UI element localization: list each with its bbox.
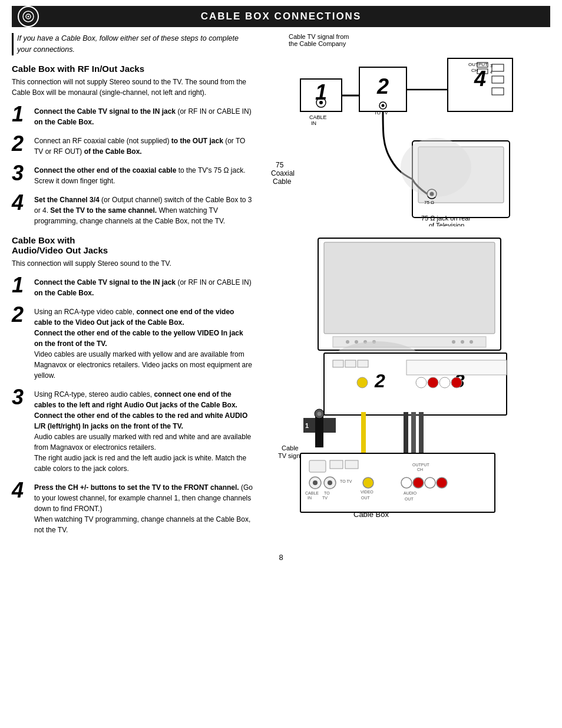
svg-rect-54 [345, 360, 356, 367]
section2-heading: Cable Box withAudio/Video Out Jacks [12, 235, 253, 255]
svg-point-88 [363, 477, 373, 488]
svg-point-57 [416, 377, 427, 388]
step-2-4-text: Press the CH +/- buttons to set the TV t… [34, 480, 253, 535]
step-1-1: 1 Connect the Cable TV signal to the IN … [12, 104, 253, 127]
svg-rect-78 [309, 460, 326, 472]
svg-point-48 [470, 340, 473, 344]
svg-point-86 [328, 480, 332, 485]
svg-rect-61 [406, 360, 507, 375]
svg-point-92 [437, 477, 447, 488]
svg-rect-80 [345, 460, 358, 469]
svg-text:of  Television: of Television [429, 222, 464, 226]
svg-text:OUTPUT: OUTPUT [412, 463, 430, 467]
step-1-4-text: Set the Channel 3/4 (or Output channel) … [34, 192, 253, 226]
svg-point-84 [313, 480, 318, 485]
step-2-1-number: 1 [12, 275, 29, 296]
step-1-1-number: 1 [12, 104, 29, 125]
step-1-2: 2 Connect an RF coaxial cable (not suppl… [12, 133, 253, 157]
step-2-2-number: 2 [12, 304, 29, 325]
step-2-1-text: Connect the Cable TV signal to the IN ja… [34, 275, 253, 298]
svg-rect-66 [315, 415, 323, 447]
step-1-3: 3 Connect the other end of the coaxial c… [12, 163, 253, 186]
svg-rect-23 [492, 76, 504, 83]
page-header: Cable Box Connections [12, 6, 550, 27]
section2-diagram: 2 3 1 Cable TV signal [259, 235, 550, 541]
section1-container: If you have a Cable Box, follow either s… [0, 27, 562, 232]
step-2-2: 2 Using an RCA-type video cable, connect… [12, 304, 253, 381]
step-1-4-number: 4 [12, 192, 29, 213]
svg-rect-71 [411, 412, 416, 453]
step-1-3-text: Connect the other end of the coaxial cab… [34, 163, 253, 186]
svg-text:Cable Box: Cable Box [353, 510, 389, 518]
step-1-4: 4 Set the Channel 3/4 (or Output channel… [12, 192, 253, 226]
svg-text:Coaxial: Coaxial [271, 169, 295, 177]
step-1-3-bold: Connect the other end of the coaxial cab… [34, 166, 176, 174]
svg-point-56 [357, 377, 368, 388]
step-2-4-number: 4 [12, 480, 29, 501]
svg-text:TV: TV [322, 496, 328, 500]
step-1-1-bold: Connect the Cable TV signal to the IN ja… [34, 107, 176, 116]
section2-subtext: This connection will supply Stereo sound… [12, 258, 253, 269]
section1-steps: 1 Connect the Cable TV signal to the IN … [12, 104, 253, 226]
svg-point-43 [355, 340, 358, 344]
svg-rect-55 [358, 360, 368, 367]
svg-rect-53 [333, 360, 343, 367]
step-2-2-text: Using an RCA-type video cable, connect o… [34, 304, 253, 381]
svg-text:CABLE: CABLE [309, 114, 327, 120]
svg-rect-70 [404, 412, 408, 453]
svg-text:IN: IN [308, 496, 312, 500]
svg-point-47 [461, 340, 464, 344]
diagram1-svg: 1 CABLE IN 2 TO TV 4 OUTPUT CH 3 [265, 50, 518, 226]
svg-point-90 [413, 477, 424, 488]
svg-point-38 [401, 138, 471, 197]
svg-rect-24 [492, 88, 504, 95]
step-2-3: 3 Using RCA-type, stereo audio cables, c… [12, 387, 253, 474]
section2-steps: 1 Connect the Cable TV signal to the IN … [12, 275, 253, 535]
svg-text:75 Ω  jack on rear: 75 Ω jack on rear [421, 215, 471, 222]
section1-subtext: This connection will not supply Stereo s… [12, 77, 253, 98]
svg-text:OUT: OUT [361, 496, 371, 500]
step-1-2-bold2: of the Cable Box. [84, 147, 142, 156]
svg-text:2: 2 [376, 74, 389, 98]
svg-text:CH: CH [417, 467, 423, 472]
section1-diagram: Cable TV signal fromthe Cable Company 1 … [259, 33, 550, 232]
header-icon [18, 6, 39, 27]
step-2-4: 4 Press the CH +/- buttons to set the TV… [12, 480, 253, 535]
svg-point-42 [346, 340, 349, 344]
svg-point-2 [28, 16, 29, 18]
svg-text:Cable: Cable [273, 177, 292, 186]
step-1-1-text: Connect the Cable TV signal to the IN ja… [34, 104, 253, 127]
svg-text:2: 2 [374, 370, 385, 391]
svg-point-60 [451, 377, 462, 388]
svg-text:TO TV: TO TV [374, 110, 388, 116]
svg-text:1: 1 [305, 422, 309, 429]
svg-rect-79 [330, 460, 343, 469]
svg-text:VIDEO: VIDEO [361, 490, 373, 494]
step-1-4-bold: Set the Channel 3/4 [34, 196, 100, 204]
svg-text:IN: IN [311, 120, 316, 126]
section2-container: Cable Box withAudio/Video Out Jacks This… [0, 235, 562, 541]
svg-text:TO: TO [324, 491, 330, 495]
cable-signal-label: Cable TV signal fromthe Cable Company [289, 33, 550, 47]
page-number: 8 [0, 553, 562, 574]
svg-rect-22 [492, 64, 504, 71]
page-title: Cable Box Connections [201, 11, 361, 22]
svg-text:AUDIO: AUDIO [404, 491, 417, 495]
step-1-2-bold: to the OUT jack [171, 137, 223, 145]
step-2-3-number: 3 [12, 387, 29, 408]
svg-rect-72 [419, 412, 424, 453]
svg-point-91 [425, 477, 435, 488]
svg-text:CABLE: CABLE [305, 491, 319, 495]
svg-rect-69 [361, 412, 366, 453]
svg-point-59 [439, 377, 450, 388]
section1-heading: Cable Box with RF In/Out Jacks [12, 64, 253, 74]
step-1-2-text: Connect an RF coaxial cable (not supplie… [34, 133, 253, 157]
step-2-3-text: Using RCA-type, stereo audio cables, con… [34, 387, 253, 474]
svg-text:75: 75 [276, 161, 284, 169]
svg-rect-40 [324, 242, 495, 334]
step-1-2-number: 2 [12, 133, 29, 154]
svg-text:TO TV: TO TV [340, 479, 352, 483]
svg-text:Cable: Cable [282, 444, 299, 452]
svg-point-13 [382, 104, 385, 107]
section2-left: Cable Box withAudio/Video Out Jacks This… [12, 235, 259, 541]
